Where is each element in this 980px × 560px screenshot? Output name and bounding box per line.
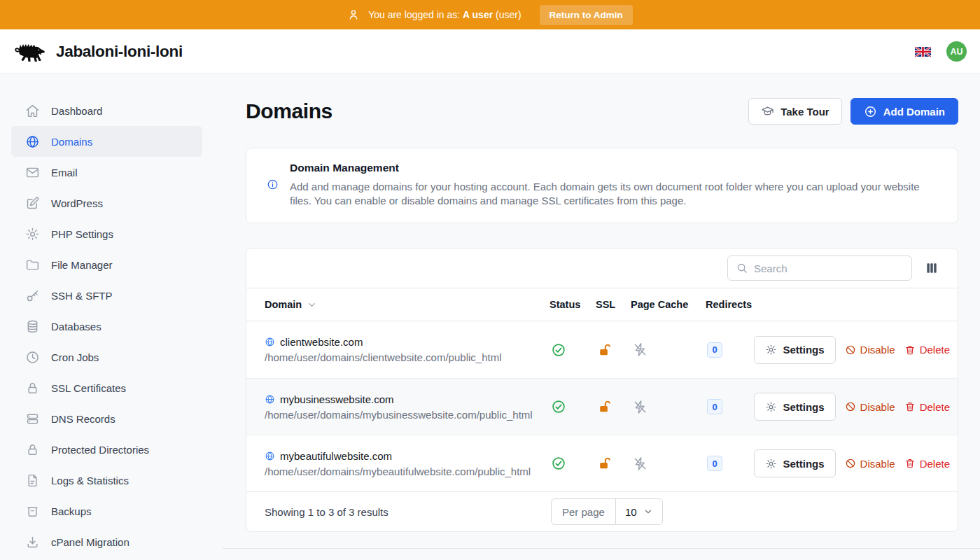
globe-icon [25, 134, 40, 149]
settings-button[interactable]: Settings [754, 336, 835, 364]
sidebar-item-domains[interactable]: Domains [11, 126, 202, 157]
uk-flag-icon[interactable] [915, 46, 931, 57]
table-body: clientwebsite.com /home/user/domains/cli… [246, 321, 958, 491]
page-cache-disabled-icon[interactable] [632, 342, 648, 358]
chevron-down-icon [643, 507, 653, 517]
sidebar-item-dns-records[interactable]: DNS Records [11, 403, 202, 434]
settings-button[interactable]: Settings [754, 449, 835, 477]
globe-icon [265, 337, 275, 347]
avatar[interactable]: AU [946, 41, 967, 62]
trash-icon [904, 401, 916, 412]
info-icon [267, 178, 290, 208]
mail-icon [25, 165, 40, 180]
domain-path: /home/user/domains/clientwebsite.com/pub… [265, 351, 550, 363]
sidebar-item-protected-directories[interactable]: Protected Directories [11, 434, 202, 465]
columns-icon [925, 261, 939, 275]
redirects-count-badge[interactable]: 0 [707, 342, 722, 358]
gear-icon [25, 227, 40, 241]
globe-icon [265, 451, 275, 461]
impersonation-banner: You are logged in as: A user (user) Retu… [0, 0, 980, 29]
domain-name[interactable]: clientwebsite.com [280, 336, 363, 348]
graduation-cap-icon [761, 105, 774, 118]
domain-name[interactable]: mybeautifulwebsite.com [280, 450, 392, 462]
banner-user-name: A user [463, 9, 493, 20]
ssl-unlocked-icon[interactable] [597, 399, 612, 414]
sidebar-item-email[interactable]: Email [11, 157, 202, 188]
ban-icon [845, 344, 856, 356]
column-header-page-cache: Page Cache [631, 299, 706, 310]
sidebar-item-label: cPanel Migration [51, 536, 130, 548]
settings-button[interactable]: Settings [754, 393, 835, 421]
sidebar-item-php-settings[interactable]: PHP Settings [11, 218, 202, 249]
table-row: mybeautifulwebsite.com /home/user/domain… [246, 435, 958, 491]
database-icon [25, 319, 40, 334]
return-to-admin-button[interactable]: Return to Admin [540, 5, 633, 25]
sidebar-item-ssl-certificates[interactable]: SSL Certificates [11, 372, 202, 403]
key-icon [25, 288, 40, 303]
take-tour-button[interactable]: Take Tour [748, 98, 841, 125]
redirects-count-badge[interactable]: 0 [707, 456, 722, 471]
delete-button[interactable]: Delete [904, 344, 950, 356]
brand-name: Jabaloni-loni-loni [56, 43, 183, 61]
sidebar-item-databases[interactable]: Databases [11, 311, 202, 342]
sidebar-item-file-manager[interactable]: File Manager [11, 249, 202, 280]
search-input[interactable] [754, 262, 904, 274]
domains-table-card: Domain Status SSL Page Cache Redirects c… [246, 248, 958, 532]
table-row: clientwebsite.com /home/user/domains/cli… [246, 321, 958, 378]
document-icon [25, 473, 40, 488]
home-icon [25, 104, 40, 118]
disable-button[interactable]: Disable [845, 344, 895, 356]
table-toolbar [246, 248, 958, 288]
domain-path: /home/user/domains/mybusinesswebsite.com… [265, 409, 550, 421]
delete-button[interactable]: Delete [904, 458, 950, 470]
sidebar-item-label: WordPress [51, 197, 103, 209]
archive-icon [25, 504, 40, 519]
sidebar-item-label: Databases [51, 321, 102, 332]
column-header-domain[interactable]: Domain [246, 299, 550, 310]
column-header-redirects: Redirects [706, 299, 766, 310]
info-title: Domain Management [290, 162, 934, 174]
banner-user-role: (user) [496, 9, 522, 20]
sidebar-item-label: DNS Records [51, 413, 115, 425]
gear-icon [765, 401, 777, 413]
globe-icon [265, 394, 275, 405]
search-icon [736, 262, 748, 274]
per-page-select[interactable]: 10 [616, 499, 662, 524]
sidebar-item-cron-jobs[interactable]: Cron Jobs [11, 342, 202, 372]
redirects-count-badge[interactable]: 0 [707, 399, 722, 414]
disable-button[interactable]: Disable [845, 401, 895, 413]
domain-name[interactable]: mybusinesswebsite.com [280, 393, 394, 405]
pencil-square-icon [25, 196, 40, 211]
trash-icon [904, 344, 916, 356]
column-settings-button[interactable] [925, 261, 939, 275]
sidebar-item-ssh-sftp[interactable]: SSH & SFTP [11, 280, 202, 311]
page-cache-disabled-icon[interactable] [632, 399, 648, 415]
sidebar-item-logs-statistics[interactable]: Logs & Statistics [11, 465, 202, 496]
ssl-unlocked-icon[interactable] [597, 456, 612, 471]
folder-icon [25, 258, 40, 272]
sidebar-item-label: Logs & Statistics [51, 475, 129, 486]
download-icon [25, 535, 40, 550]
info-description: Add and manage domains for your hosting … [290, 180, 934, 208]
brand[interactable]: Jabaloni-loni-loni [13, 39, 183, 64]
sidebar-item-label: File Manager [51, 259, 113, 271]
disable-button[interactable]: Disable [845, 458, 895, 470]
status-active-icon [551, 399, 566, 414]
sidebar-item-backups[interactable]: Backups [11, 496, 202, 526]
lock-icon [25, 381, 40, 396]
column-header-ssl: SSL [596, 299, 631, 310]
sidebar-item-dashboard[interactable]: Dashboard [11, 95, 202, 126]
add-domain-button[interactable]: Add Domain [850, 98, 958, 125]
info-box: Domain Management Add and manage domains… [246, 148, 958, 223]
sidebar-item-label: SSH & SFTP [51, 290, 113, 302]
footer-divider [223, 548, 980, 549]
status-active-icon [551, 456, 566, 471]
banner-message: You are logged in as: A user (user) [368, 9, 521, 20]
sidebar-item-label: Email [51, 167, 78, 178]
main-content: Domains Take Tour Add Domain Domain Mana… [223, 74, 980, 560]
delete-button[interactable]: Delete [904, 401, 950, 413]
page-cache-disabled-icon[interactable] [632, 456, 648, 472]
ssl-unlocked-icon[interactable] [597, 342, 612, 358]
sidebar-item-cpanel-migration[interactable]: cPanel Migration [11, 526, 202, 557]
sidebar-item-wordpress[interactable]: WordPress [11, 188, 202, 218]
